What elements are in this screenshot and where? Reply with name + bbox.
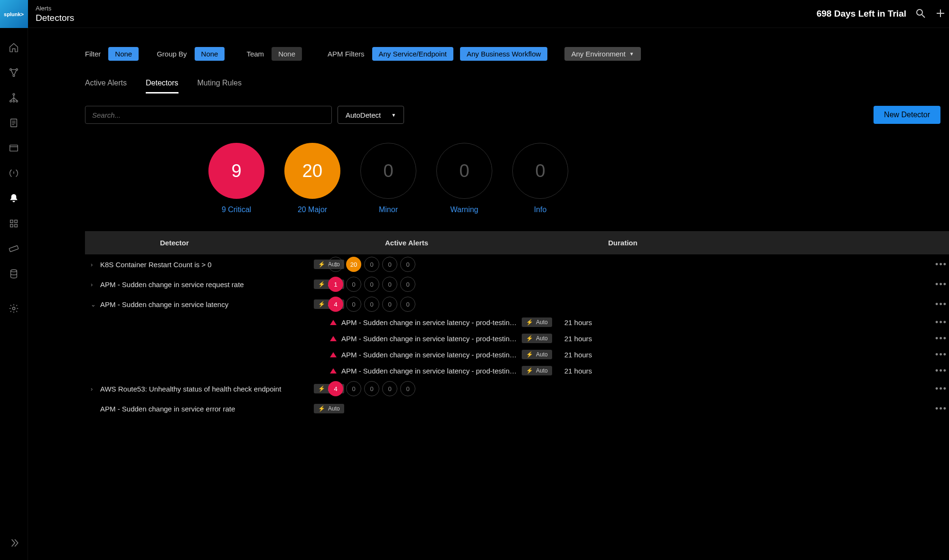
gear-icon[interactable] bbox=[9, 303, 19, 315]
sub-alert-name[interactable]: APM - Sudden change in service latency -… bbox=[341, 318, 517, 327]
alert-chip[interactable]: 0 bbox=[382, 277, 397, 292]
expand-rail-icon[interactable] bbox=[8, 537, 20, 551]
detector-name[interactable]: APM - Sudden change in service latency bbox=[100, 300, 309, 308]
team-pill[interactable]: None bbox=[272, 47, 302, 61]
expand-chevron-icon[interactable]: › bbox=[91, 261, 100, 268]
database-icon[interactable] bbox=[9, 269, 19, 280]
ruler-icon[interactable] bbox=[9, 243, 19, 255]
auto-tag: ⚡Auto bbox=[522, 350, 552, 359]
alert-chip[interactable]: 0 bbox=[400, 297, 415, 312]
critical-link[interactable]: 9 Critical bbox=[222, 205, 251, 214]
grid-icon[interactable] bbox=[9, 218, 19, 230]
bolt-icon: ⚡ bbox=[526, 367, 533, 374]
tab-active-alerts[interactable]: Active Alerts bbox=[85, 79, 127, 93]
table-row[interactable]: APM - Sudden change in service error rat… bbox=[85, 399, 949, 419]
bolt-icon: ⚡ bbox=[318, 281, 325, 288]
autodetect-dropdown[interactable]: AutoDetect ▼ bbox=[338, 106, 404, 124]
alert-chip[interactable]: 0 bbox=[346, 277, 361, 292]
expand-chevron-icon[interactable]: › bbox=[91, 281, 100, 288]
row-menu-icon[interactable]: ••• bbox=[935, 350, 947, 360]
sub-alert-row[interactable]: APM - Sudden change in service latency -… bbox=[85, 363, 949, 379]
minor-count-circle[interactable]: 0 bbox=[360, 143, 416, 199]
critical-triangle-icon bbox=[330, 352, 337, 357]
alert-chip[interactable]: 0 bbox=[400, 277, 415, 292]
apm-workflow-pill[interactable]: Any Business Workflow bbox=[460, 47, 547, 61]
row-menu-icon[interactable]: ••• bbox=[935, 404, 947, 414]
page-title: Detectors bbox=[36, 13, 74, 23]
svg-point-4 bbox=[10, 101, 12, 103]
bell-icon[interactable] bbox=[9, 193, 19, 205]
row-menu-icon[interactable]: ••• bbox=[935, 260, 947, 270]
alert-chip[interactable]: 4 bbox=[328, 297, 343, 312]
expand-chevron-icon[interactable]: ⌄ bbox=[91, 301, 100, 308]
row-menu-icon[interactable]: ••• bbox=[935, 334, 947, 344]
auto-tag: ⚡Auto bbox=[522, 334, 552, 343]
document-icon[interactable] bbox=[9, 118, 19, 130]
row-menu-icon[interactable]: ••• bbox=[935, 366, 947, 376]
alert-chip[interactable]: 20 bbox=[346, 257, 361, 272]
alert-chip[interactable]: 0 bbox=[328, 257, 343, 272]
alert-chip[interactable]: 4 bbox=[328, 381, 343, 396]
sub-alert-row[interactable]: APM - Sudden change in service latency -… bbox=[85, 330, 949, 346]
info-link[interactable]: Info bbox=[534, 205, 547, 214]
alert-chip[interactable]: 0 bbox=[346, 381, 361, 396]
row-menu-icon[interactable]: ••• bbox=[935, 384, 947, 394]
environment-pill[interactable]: Any Environment ▼ bbox=[564, 47, 640, 61]
row-menu-icon[interactable]: ••• bbox=[935, 299, 947, 309]
alert-chip[interactable]: 0 bbox=[364, 277, 379, 292]
detector-name[interactable]: APM - Sudden change in service request r… bbox=[100, 280, 309, 289]
row-menu-icon[interactable]: ••• bbox=[935, 280, 947, 289]
table-row[interactable]: ›APM - Sudden change in service request … bbox=[85, 274, 949, 294]
groupby-pill[interactable]: None bbox=[195, 47, 225, 61]
major-link[interactable]: 20 Major bbox=[298, 205, 327, 214]
search-input[interactable] bbox=[85, 106, 332, 124]
minor-link[interactable]: Minor bbox=[379, 205, 398, 214]
alert-chip[interactable]: 0 bbox=[382, 381, 397, 396]
alert-parens-icon[interactable] bbox=[9, 168, 19, 180]
search-icon[interactable] bbox=[915, 8, 926, 20]
major-count-circle[interactable]: 20 bbox=[284, 143, 340, 199]
sub-alert-name[interactable]: APM - Sudden change in service latency -… bbox=[341, 367, 517, 375]
duration-value: 21 hours bbox=[564, 351, 621, 359]
row-menu-icon[interactable]: ••• bbox=[935, 317, 947, 327]
browser-icon[interactable] bbox=[9, 143, 19, 155]
detector-name[interactable]: AWS Route53: Unhealthy status of health … bbox=[100, 385, 309, 393]
table-row[interactable]: ⌄APM - Sudden change in service latency⚡… bbox=[85, 294, 949, 314]
critical-count-circle[interactable]: 9 bbox=[208, 143, 264, 199]
tab-muting-rules[interactable]: Muting Rules bbox=[197, 79, 242, 93]
alert-chip[interactable]: 0 bbox=[346, 297, 361, 312]
home-icon[interactable] bbox=[9, 42, 19, 54]
alert-chip[interactable]: 0 bbox=[400, 257, 415, 272]
table-row[interactable]: ›K8S Container Restart Count is > 0⚡Auto… bbox=[85, 254, 949, 274]
filter-pill[interactable]: None bbox=[108, 47, 139, 61]
warning-link[interactable]: Warning bbox=[451, 205, 479, 214]
tree-icon[interactable] bbox=[9, 93, 19, 104]
splunk-logo[interactable]: splunk> bbox=[0, 0, 28, 28]
alert-chip[interactable]: 0 bbox=[364, 381, 379, 396]
alert-chip[interactable]: 0 bbox=[382, 297, 397, 312]
plus-icon[interactable] bbox=[935, 8, 946, 20]
alert-chip[interactable]: 0 bbox=[400, 381, 415, 396]
detector-name[interactable]: K8S Container Restart Count is > 0 bbox=[100, 261, 309, 269]
breadcrumb[interactable]: Alerts bbox=[36, 5, 74, 12]
sub-alert-row[interactable]: APM - Sudden change in service latency -… bbox=[85, 346, 949, 363]
tab-detectors[interactable]: Detectors bbox=[146, 79, 178, 93]
info-count-circle[interactable]: 0 bbox=[512, 143, 568, 199]
alert-chip[interactable]: 0 bbox=[364, 297, 379, 312]
svg-point-0 bbox=[10, 69, 12, 71]
apm-service-pill[interactable]: Any Service/Endpoint bbox=[372, 47, 453, 61]
graph-icon[interactable] bbox=[9, 67, 19, 79]
sub-alert-name[interactable]: APM - Sudden change in service latency -… bbox=[341, 335, 517, 343]
alert-chip[interactable]: 0 bbox=[364, 257, 379, 272]
critical-triangle-icon bbox=[330, 368, 337, 373]
expand-chevron-icon[interactable]: › bbox=[91, 385, 100, 392]
sub-alert-name[interactable]: APM - Sudden change in service latency -… bbox=[341, 351, 517, 359]
alert-chip[interactable]: 0 bbox=[382, 257, 397, 272]
alert-chip[interactable]: 1 bbox=[328, 277, 343, 292]
warning-count-circle[interactable]: 0 bbox=[436, 143, 492, 199]
sub-alert-row[interactable]: APM - Sudden change in service latency -… bbox=[85, 314, 949, 330]
svg-point-1 bbox=[16, 69, 18, 71]
table-row[interactable]: ›AWS Route53: Unhealthy status of health… bbox=[85, 379, 949, 399]
new-detector-button[interactable]: New Detector bbox=[874, 106, 940, 124]
detector-name[interactable]: APM - Sudden change in service error rat… bbox=[100, 405, 309, 413]
